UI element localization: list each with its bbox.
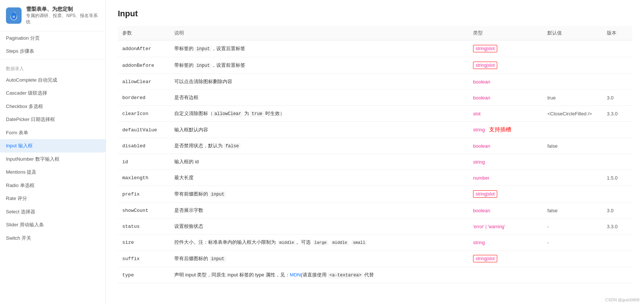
param-type: boolean: [469, 138, 543, 154]
param-desc: 设置校验状态: [170, 219, 469, 235]
sidebar-item-switch[interactable]: Switch 开关: [0, 232, 106, 245]
param-default: [543, 170, 602, 186]
table-header-row: 参数 说明 类型 默认值 版本: [118, 26, 632, 40]
param-name: addonAfter: [122, 46, 151, 52]
param-name: disabled: [122, 143, 145, 149]
param-name: type: [122, 272, 134, 278]
col-header-default: 默认值: [543, 26, 602, 40]
sidebar-section-label-data: 数据录入: [0, 61, 106, 73]
sidebar-item-inputnumber[interactable]: InputNumber 数字输入框: [0, 152, 106, 166]
param-type: 'error' | 'warning': [469, 219, 543, 235]
param-version: [602, 122, 632, 138]
sidebar-divider: [0, 59, 106, 60]
sidebar-item-radio[interactable]: Radio 单选框: [0, 179, 106, 192]
param-version: [602, 57, 632, 74]
param-type: string 支持插槽: [469, 122, 543, 138]
sidebar-item-checkbox[interactable]: Checkbox 多选框: [0, 100, 106, 113]
sidebar-brand-subtitle: 专属的调研、投票、NPS、报名等系统: [26, 13, 100, 25]
sidebar-item-input[interactable]: Input 输入框: [0, 139, 106, 152]
sidebar-item-pagination[interactable]: Pagination 分页: [0, 32, 106, 45]
param-default: [543, 267, 602, 283]
col-header-version: 版本: [602, 26, 632, 40]
param-desc: 是否展示字数: [170, 203, 469, 219]
param-type: string: [469, 235, 543, 250]
param-desc: 自定义清除图标（allowClear 为 true 时生效）: [170, 106, 469, 122]
param-desc: 带标签的 input，设置后置标签: [170, 40, 469, 57]
sidebar-item-steps[interactable]: Steps 步骤条: [0, 45, 106, 58]
sidebar-item-rate[interactable]: Rate 评分: [0, 192, 106, 205]
param-name: suffix: [122, 256, 140, 262]
table-row: suffix 带有后缀图标的 input string|slot: [118, 250, 632, 267]
param-version: [602, 74, 632, 90]
param-name: allowClear: [122, 79, 151, 85]
sidebar-item-slider[interactable]: Slider 滑动输入条: [0, 218, 106, 232]
param-type: boolean: [469, 74, 543, 90]
param-type: boolean: [469, 203, 543, 219]
param-type: slot: [469, 106, 543, 122]
sidebar-item-mentions[interactable]: Mentions 提及: [0, 165, 106, 179]
param-desc: 输入框的 id: [170, 154, 469, 170]
param-desc: 带标签的 input，设置前置标签: [170, 57, 469, 74]
param-desc: 是否禁用状态，默认为 false: [170, 138, 469, 154]
table-row: type 声明 input 类型，同原生 input 标签的 type 属性，见…: [118, 267, 632, 283]
col-header-desc: 说明: [170, 26, 469, 40]
watermark: CSDN @guizi0809: [605, 298, 640, 302]
table-row: showCount 是否展示字数 boolean false 3.0: [118, 203, 632, 219]
param-version: [602, 267, 632, 283]
param-default: [543, 122, 602, 138]
param-desc: 带有后缀图标的 input: [170, 250, 469, 267]
sidebar-brand-title: 雪梨表单、为您定制: [26, 6, 100, 13]
param-type: number: [469, 170, 543, 186]
param-version: 3.3.0: [602, 106, 632, 122]
sidebar-brand-text: 雪梨表单、为您定制 专属的调研、投票、NPS、报名等系统: [26, 6, 100, 25]
param-desc: 输入框默认内容: [170, 122, 469, 138]
table-row: addonBefore 带标签的 input，设置前置标签 string|slo…: [118, 57, 632, 74]
param-default: <CloseCircleFilled />: [543, 106, 602, 122]
param-default: [543, 74, 602, 90]
sidebar-item-datepicker[interactable]: DatePicker 日期选择框: [0, 113, 106, 126]
param-type: [469, 267, 543, 283]
param-name: status: [122, 224, 140, 229]
sidebar: 雪梨表单、为您定制 专属的调研、投票、NPS、报名等系统 Pagination …: [0, 0, 106, 305]
param-desc: 最大长度: [170, 170, 469, 186]
param-default: [543, 186, 602, 203]
sidebar-item-cascader[interactable]: Cascader 级联选择: [0, 86, 106, 100]
sidebar-header: 雪梨表单、为您定制 专属的调研、投票、NPS、报名等系统: [0, 0, 106, 32]
param-desc: 是否有边框: [170, 90, 469, 106]
param-default: false: [543, 203, 602, 219]
param-default: true: [543, 90, 602, 106]
sidebar-logo: [6, 7, 22, 24]
param-default: false: [543, 138, 602, 154]
table-row: defaultValue 输入框默认内容 string 支持插槽: [118, 122, 632, 138]
param-version: 3.0: [602, 90, 632, 106]
param-name: clearIcon: [122, 111, 148, 117]
param-name: defaultValue: [122, 127, 157, 133]
col-header-param: 参数: [118, 26, 170, 40]
param-default: -: [543, 235, 602, 250]
param-name: prefix: [122, 191, 140, 197]
param-desc: 控件大小。注：标准表单内的输入框大小限制为 middle。可选 large mi…: [170, 235, 469, 250]
col-header-type: 类型: [469, 26, 543, 40]
param-name: showCount: [122, 208, 148, 213]
table-row: prefix 带有前缀图标的 input string|slot: [118, 186, 632, 203]
param-desc: 可以点击清除图标删除内容: [170, 74, 469, 90]
param-name: bordered: [122, 95, 145, 101]
param-name: addonBefore: [122, 63, 154, 68]
sidebar-item-form[interactable]: Form 表单: [0, 126, 106, 140]
param-type: string|slot: [469, 250, 543, 267]
sidebar-item-autocomplete[interactable]: AutoComplete 自动完成: [0, 73, 106, 87]
param-type: boolean: [469, 90, 543, 106]
sidebar-item-select[interactable]: Select 选择器: [0, 205, 106, 219]
table-row: allowClear 可以点击清除图标删除内容 boolean: [118, 74, 632, 90]
param-type: string|slot: [469, 40, 543, 57]
svg-point-1: [13, 16, 15, 18]
table-row: id 输入框的 id string: [118, 154, 632, 170]
table-row: bordered 是否有边框 boolean true 3.0: [118, 90, 632, 106]
param-default: [543, 57, 602, 74]
param-version: [602, 250, 632, 267]
table-row: maxlength 最大长度 number 1.5.0: [118, 170, 632, 186]
param-desc: 带有前缀图标的 input: [170, 186, 469, 203]
table-row: status 设置校验状态 'error' | 'warning' - 3.3.…: [118, 219, 632, 235]
param-version: 3.0: [602, 203, 632, 219]
table-row: size 控件大小。注：标准表单内的输入框大小限制为 middle。可选 lar…: [118, 235, 632, 250]
